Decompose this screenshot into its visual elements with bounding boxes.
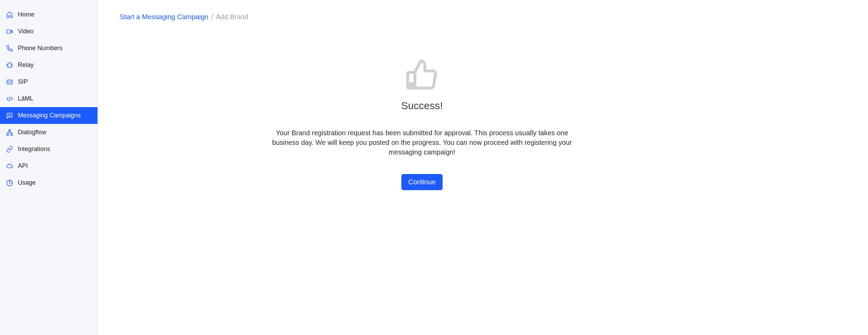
dialogflow-icon	[6, 129, 13, 136]
success-panel: Success! Your Brand registration request…	[120, 55, 724, 190]
sidebar-item-label: Video	[18, 28, 34, 35]
svg-rect-4	[7, 134, 9, 135]
breadcrumb-link[interactable]: Start a Messaging Campaign	[120, 13, 208, 21]
continue-button[interactable]: Continue	[401, 174, 443, 190]
sidebar-item-label: Home	[18, 11, 34, 18]
sidebar-item-label: LāML	[18, 95, 33, 102]
sidebar-item-messaging-campaigns[interactable]: Messaging Campaigns	[0, 107, 98, 124]
sidebar-item-dialogflow[interactable]: Dialogflow	[0, 124, 98, 141]
svg-rect-5	[11, 134, 12, 135]
integrations-icon	[6, 146, 13, 153]
sidebar-item-laml[interactable]: LāML	[0, 90, 98, 107]
breadcrumb: Start a Messaging Campaign / Add Brand	[120, 13, 846, 21]
sidebar-item-phone-numbers[interactable]: Phone Numbers	[0, 40, 98, 57]
sidebar: Home Video Phone Numbers Relay SIP	[0, 0, 98, 335]
video-icon	[6, 28, 13, 35]
svg-rect-1	[8, 63, 11, 67]
cloud-icon	[6, 163, 13, 170]
svg-point-7	[410, 83, 412, 86]
sidebar-item-relay[interactable]: Relay	[0, 57, 98, 73]
sip-icon	[6, 79, 13, 85]
success-title: Success!	[401, 100, 443, 112]
sidebar-item-label: Usage	[18, 179, 36, 186]
sidebar-item-label: API	[18, 162, 28, 170]
sidebar-item-label: Integrations	[18, 146, 50, 153]
sidebar-item-label: Dialogflow	[18, 129, 46, 136]
message-icon	[6, 112, 13, 119]
thumbs-up-icon	[405, 55, 439, 92]
svg-rect-0	[7, 30, 11, 33]
code-icon	[6, 95, 13, 102]
sidebar-item-video[interactable]: Video	[0, 23, 98, 40]
breadcrumb-current: Add Brand	[216, 13, 248, 21]
sidebar-item-label: Messaging Campaigns	[18, 112, 81, 119]
phone-icon	[6, 45, 13, 52]
svg-rect-3	[9, 129, 11, 131]
breadcrumb-separator: /	[211, 13, 213, 21]
app-root: Home Video Phone Numbers Relay SIP	[0, 0, 868, 335]
home-icon	[6, 11, 13, 18]
sidebar-item-label: SIP	[18, 78, 28, 85]
sidebar-item-label: Phone Numbers	[18, 45, 62, 52]
sidebar-item-usage[interactable]: Usage	[0, 174, 98, 191]
sidebar-item-integrations[interactable]: Integrations	[0, 141, 98, 158]
usage-icon	[6, 180, 13, 186]
sidebar-item-home[interactable]: Home	[0, 6, 98, 23]
sidebar-item-sip[interactable]: SIP	[0, 73, 98, 90]
sidebar-item-label: Relay	[18, 61, 34, 69]
sidebar-item-api[interactable]: API	[0, 158, 98, 174]
success-message: Your Brand registration request has been…	[271, 128, 573, 157]
main-content: Start a Messaging Campaign / Add Brand S…	[98, 0, 868, 335]
relay-icon	[6, 62, 13, 69]
